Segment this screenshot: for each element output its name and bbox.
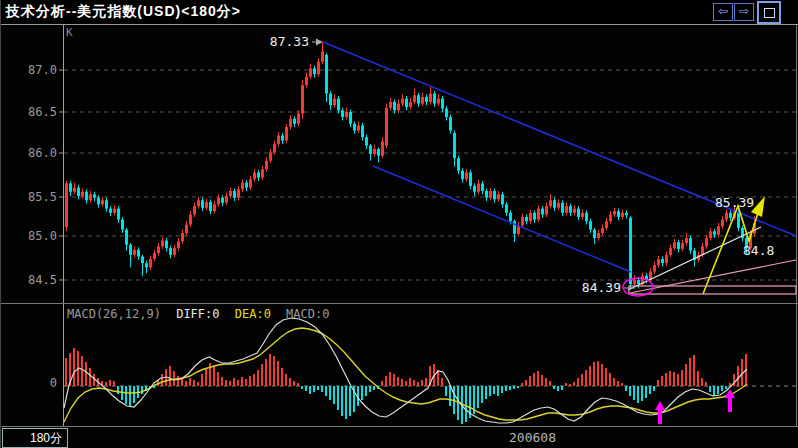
macd-zero-label: 0 — [41, 376, 57, 390]
macd-diff-value: DIFF:0 — [176, 307, 219, 321]
annotation-pullback-price: 84.8 — [743, 243, 774, 258]
macd-header: MACD(26,12,9) DIFF:0 DEA:0 MACD:0 — [67, 307, 337, 321]
y-axis-label: 87.0 — [1, 63, 57, 77]
y-axis-label: 85.0 — [1, 229, 57, 243]
period-box[interactable]: 180分 — [2, 428, 68, 448]
y-axis-label: 86.5 — [1, 105, 57, 119]
annotation-swing-high-price: 85.39 — [715, 195, 754, 210]
annotation-low-price: 84.39 — [575, 280, 621, 295]
macd-dea-value: DEA:0 — [235, 307, 271, 321]
chart-canvas[interactable] — [1, 0, 798, 448]
macd-value: MACD:0 — [286, 307, 329, 321]
app-window: 技术分析--美元指数(USD)<180分> ⇦ ⇨ K 87.0 86.5 86… — [0, 0, 798, 448]
kline-indicator-label: K — [66, 26, 73, 39]
y-axis-label: 84.5 — [1, 273, 57, 287]
macd-params-label: MACD(26,12,9) — [67, 307, 161, 321]
y-axis-label: 85.5 — [1, 190, 57, 204]
annotation-peak-price: 87.33 — [267, 34, 309, 49]
y-axis-label: 86.0 — [1, 146, 57, 160]
date-axis-label: 200608 — [509, 430, 556, 445]
